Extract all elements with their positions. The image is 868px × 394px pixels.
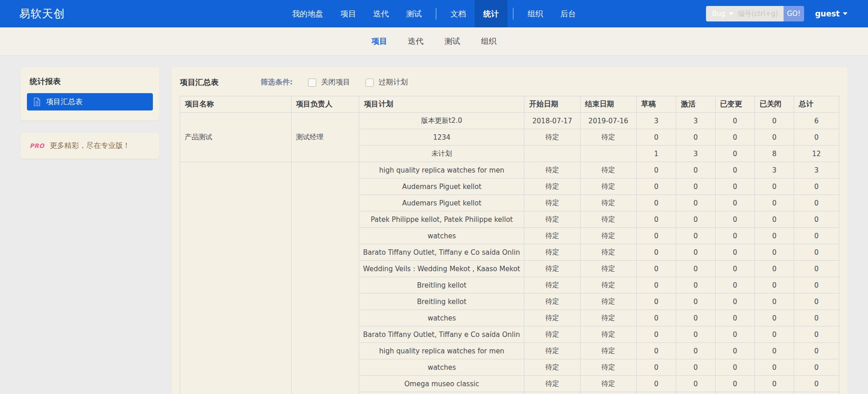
end-date-cell: 待定 <box>580 211 636 228</box>
closed-count-cell: 0 <box>755 179 794 195</box>
plan-name-cell: high quality replica watches for men <box>359 162 524 179</box>
start-date-cell: 待定 <box>524 211 580 228</box>
nav-item-1[interactable]: 项目 <box>332 0 365 27</box>
total-count-cell: 0 <box>794 179 839 195</box>
user-menu[interactable]: guest <box>815 9 847 18</box>
username-label: guest <box>815 9 840 18</box>
col-header-7: 已变更 <box>715 96 755 113</box>
nav-item-3[interactable]: 测试 <box>397 0 430 27</box>
app-logo[interactable]: 易软天创 <box>19 0 65 27</box>
nav-item-2[interactable]: 迭代 <box>365 0 397 27</box>
draft-count-cell: 0 <box>637 162 676 179</box>
col-header-2: 项目计划 <box>359 96 524 113</box>
plan-name-cell: Breitling kellot <box>359 294 524 310</box>
start-date-cell: 待定 <box>524 310 580 326</box>
closed-count-cell: 0 <box>755 113 794 129</box>
sub-nav: 项目迭代测试组织 <box>0 27 868 56</box>
nav-item-8[interactable]: 组织 <box>519 0 552 27</box>
plan-name-cell: Wedding Veils : Wedding Mekot , Kaaso Me… <box>359 261 524 277</box>
closed-count-cell: 0 <box>755 195 794 211</box>
closed-count-cell: 0 <box>755 244 794 261</box>
active-count-cell: 0 <box>676 277 715 294</box>
nav-item-5[interactable]: 文档 <box>442 0 475 27</box>
changed-count-cell: 0 <box>715 129 755 146</box>
total-count-cell: 0 <box>794 228 839 244</box>
end-date-cell: 待定 <box>580 228 636 244</box>
main-nav: 我的地盘项目迭代测试文档统计组织后台 <box>283 0 585 27</box>
pro-promo-text: 更多精彩，尽在专业版！ <box>50 141 130 151</box>
global-search: Bug GO! <box>706 6 804 21</box>
closed-count-cell <box>755 392 794 394</box>
changed-count-cell: 0 <box>715 376 755 392</box>
total-count-cell: 0 <box>794 376 839 392</box>
closed-count-cell: 8 <box>755 146 794 162</box>
subnav-item-1[interactable]: 迭代 <box>397 36 434 47</box>
subnav-item-3[interactable]: 组织 <box>471 36 507 47</box>
nav-item-9[interactable]: 后台 <box>552 0 585 27</box>
col-header-0: 项目名称 <box>180 96 292 113</box>
changed-count-cell: 0 <box>715 211 755 228</box>
changed-count-cell: 0 <box>715 326 755 343</box>
total-count-cell: 0 <box>794 359 839 376</box>
active-count-cell: 0 <box>676 376 715 392</box>
col-header-4: 结束日期 <box>580 96 636 113</box>
subnav-item-0[interactable]: 项目 <box>361 36 397 47</box>
closed-count-cell: 0 <box>755 129 794 146</box>
active-count-cell: 0 <box>676 359 715 376</box>
changed-count-cell: 0 <box>715 113 755 129</box>
total-count-cell: 0 <box>794 326 839 343</box>
active-count-cell: 0 <box>676 326 715 343</box>
active-count-cell: 0 <box>676 129 715 146</box>
plan-name-cell: high quality replica watches for men <box>359 343 524 359</box>
end-date-cell: 2019-07-16 <box>580 113 636 129</box>
filter-checkbox-label: 过期计划 <box>378 78 408 87</box>
start-date-cell: 待定 <box>524 179 580 195</box>
nav-item-0[interactable]: 我的地盘 <box>283 0 332 27</box>
plan-name-cell: Barato Tiffany Outlet, Tiffany e Co saíd… <box>359 326 524 343</box>
end-date-cell: 待定 <box>580 244 636 261</box>
pro-promo-card[interactable]: PRO 更多精彩，尽在专业版！ <box>21 133 159 159</box>
active-count-cell: 0 <box>676 228 715 244</box>
subnav-item-2[interactable]: 测试 <box>434 36 471 47</box>
filter-checkbox-0[interactable] <box>308 79 316 87</box>
nav-item-6[interactable]: 统计 <box>475 0 507 27</box>
closed-count-cell: 0 <box>755 277 794 294</box>
plan-name-cell: Audemars Piguet kellot <box>359 179 524 195</box>
end-date-cell: 待定 <box>580 294 636 310</box>
sidebar-item-project-summary[interactable]: 项目汇总表 <box>27 93 153 110</box>
end-date-cell: 待定 <box>580 261 636 277</box>
plan-name-cell <box>359 392 524 394</box>
draft-count-cell: 0 <box>637 343 676 359</box>
total-count-cell: 0 <box>794 343 839 359</box>
project-manager-cell <box>291 162 359 394</box>
draft-count-cell <box>637 392 676 394</box>
end-date-cell: 待定 <box>580 129 636 146</box>
col-header-9: 总计 <box>794 96 839 113</box>
search-go-button[interactable]: GO! <box>784 6 804 21</box>
start-date-cell: 待定 <box>524 162 580 179</box>
closed-count-cell: 0 <box>755 211 794 228</box>
filter-checkbox-label: 关闭项目 <box>321 78 350 87</box>
start-date-cell: 待定 <box>524 294 580 310</box>
end-date-cell: 待定 <box>580 343 636 359</box>
plan-name-cell: Barato Tiffany Outlet, Tiffany e Co saíd… <box>359 244 524 261</box>
start-date-cell: 待定 <box>524 261 580 277</box>
changed-count-cell: 0 <box>715 261 755 277</box>
total-count-cell: 0 <box>794 261 839 277</box>
start-date-cell: 待定 <box>524 326 580 343</box>
filter-label: 筛选条件: <box>261 78 293 87</box>
plan-name-cell: Audemars Piguet kellot <box>359 195 524 211</box>
filter-item-0[interactable]: 关闭项目 <box>308 78 350 87</box>
start-date-cell: 待定 <box>524 129 580 146</box>
changed-count-cell: 0 <box>715 146 755 162</box>
active-count-cell: 3 <box>676 113 715 129</box>
navbar-right: Bug GO! guest <box>706 0 847 27</box>
filter-checkbox-1[interactable] <box>366 79 374 87</box>
draft-count-cell: 3 <box>637 113 676 129</box>
plan-name-cell: 未计划 <box>359 146 524 162</box>
search-input[interactable] <box>738 6 784 21</box>
pro-badge: PRO <box>30 142 44 149</box>
search-type-dropdown[interactable]: Bug <box>706 6 737 21</box>
filter-item-1[interactable]: 过期计划 <box>366 78 408 87</box>
end-date-cell: 待定 <box>580 179 636 195</box>
